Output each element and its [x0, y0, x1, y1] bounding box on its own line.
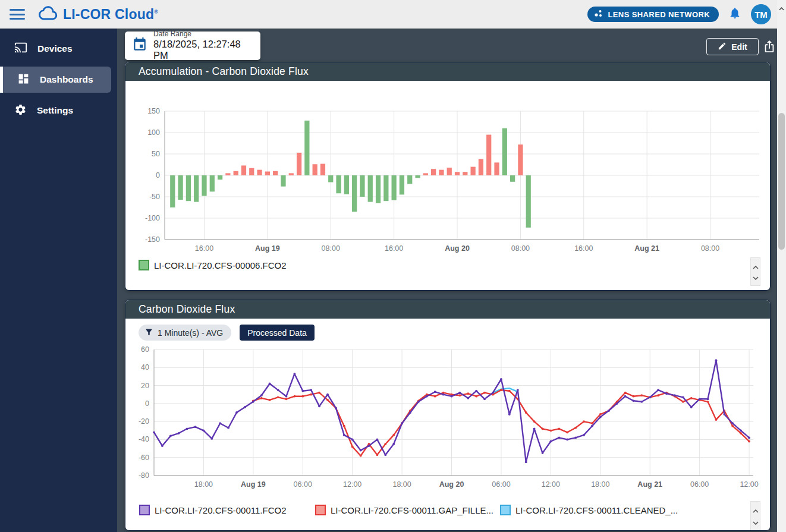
legend-swatch: [315, 505, 326, 515]
svg-text:150: 150: [147, 107, 160, 115]
chevron-up-icon[interactable]: [753, 261, 759, 272]
sidebar-item-label: Settings: [37, 105, 73, 116]
svg-text:-20: -20: [139, 417, 149, 426]
legend-label: LI-COR.LI-720.CFS-00011.CLEANED_...: [515, 505, 678, 515]
date-range-picker[interactable]: Date Range 8/18/2025, 12:27:48 PM: [125, 32, 260, 60]
svg-text:08:00: 08:00: [511, 244, 530, 253]
legend-label: LI-COR.LI-720.CFS-00011.FCO2: [155, 505, 286, 515]
processed-data-chip[interactable]: Processed Data: [240, 325, 315, 341]
svg-text:18:00: 18:00: [194, 480, 213, 489]
chevron-down-icon[interactable]: [753, 517, 759, 527]
chart-title: Carbon Dioxide Flux: [125, 300, 770, 319]
svg-text:-40: -40: [139, 435, 149, 443]
legend-item[interactable]: LI-COR.LI-720.CFS-00011.GAP_FILLE...: [315, 505, 493, 515]
svg-text:12:00: 12:00: [542, 480, 560, 489]
top-app-bar: LI-COR Cloud® LENS SHARED NETWORK TM: [0, 0, 777, 29]
processed-data-label: Processed Data: [247, 328, 307, 338]
svg-text:-150: -150: [145, 235, 160, 244]
svg-text:0: 0: [145, 399, 149, 408]
user-avatar[interactable]: TM: [751, 4, 771, 24]
network-badge-label: LENS SHARED NETWORK: [608, 10, 710, 19]
legend-swatch: [139, 260, 149, 270]
pencil-icon: [718, 42, 727, 52]
legend-item[interactable]: LI-COR.LI-720.CFS-00006.FCO2: [139, 260, 287, 270]
notifications-bell-icon[interactable]: [728, 6, 741, 23]
cloud-logo-icon: [38, 5, 58, 23]
page-scrollbar[interactable]: [777, 0, 786, 532]
date-range-label: Date Range: [153, 30, 253, 39]
svg-text:06:00: 06:00: [492, 480, 510, 489]
sidebar-item-label: Dashboards: [40, 74, 93, 85]
legend-label: LI-COR.LI-720.CFS-00011.GAP_FILLE...: [331, 505, 493, 515]
legend-scrollbar[interactable]: [750, 501, 760, 531]
chart-title: Accumulation - Carbon Dioxide Flux: [125, 62, 770, 81]
interval-filter-chip[interactable]: 1 Minute(s) - AVG: [139, 325, 231, 341]
sidebar-nav: Devices Dashboards Settings: [0, 29, 117, 532]
svg-text:50: 50: [152, 150, 160, 158]
svg-text:16:00: 16:00: [385, 244, 403, 253]
funnel-icon: [144, 328, 153, 338]
calendar-icon: [132, 37, 147, 55]
co2-flux-chart-canvas[interactable]: 6040200-20-40-60-8018:00Aug 1906:0012:00…: [131, 343, 765, 493]
svg-text:12:00: 12:00: [343, 480, 361, 489]
edit-button[interactable]: Edit: [706, 38, 759, 55]
svg-text:Aug 19: Aug 19: [255, 244, 280, 253]
svg-text:20: 20: [141, 382, 149, 390]
co2-flux-chart-card: Carbon Dioxide Flux 1 Minute(s) - AVG Pr…: [125, 300, 771, 531]
sidebar-item-devices[interactable]: Devices: [0, 36, 117, 62]
sidebar-item-settings[interactable]: Settings: [0, 97, 117, 124]
accumulation-chart-canvas[interactable]: 150100500-50-100-15016:00Aug 1908:0016:0…: [131, 86, 765, 262]
edit-button-label: Edit: [731, 42, 747, 52]
svg-text:-60: -60: [139, 454, 149, 462]
svg-text:Aug 21: Aug 21: [637, 480, 662, 489]
svg-text:0: 0: [156, 171, 160, 180]
gear-icon: [14, 103, 27, 118]
chevron-down-icon[interactable]: [753, 272, 759, 282]
svg-text:18:00: 18:00: [591, 480, 609, 489]
network-badge[interactable]: LENS SHARED NETWORK: [587, 7, 719, 22]
legend-item[interactable]: LI-COR.LI-720.CFS-00011.CLEANED_...: [500, 505, 678, 515]
legend-label: LI-COR.LI-720.CFS-00006.FCO2: [154, 260, 287, 270]
legend-scrollbar[interactable]: [750, 257, 760, 286]
svg-text:12:00: 12:00: [740, 480, 758, 489]
svg-text:Aug 20: Aug 20: [445, 244, 470, 253]
svg-text:Aug 20: Aug 20: [439, 480, 464, 489]
scrollbar-up-arrow-icon[interactable]: [779, 2, 784, 13]
svg-text:06:00: 06:00: [294, 480, 312, 489]
cast-icon: [14, 41, 27, 56]
svg-text:16:00: 16:00: [195, 244, 213, 253]
legend-swatch: [500, 505, 511, 515]
legend-swatch: [139, 505, 150, 515]
svg-text:18:00: 18:00: [392, 480, 411, 489]
network-nodes-icon: [593, 8, 603, 20]
app-logo: LI-COR Cloud®: [38, 5, 158, 23]
menu-icon[interactable]: [10, 9, 25, 20]
chevron-up-icon[interactable]: [753, 505, 759, 515]
svg-text:100: 100: [147, 128, 160, 137]
svg-text:Aug 19: Aug 19: [241, 480, 266, 489]
legend-item[interactable]: LI-COR.LI-720.CFS-00011.FCO2: [139, 505, 286, 515]
dashboard-icon: [17, 73, 30, 87]
sidebar-item-dashboards[interactable]: Dashboards: [0, 67, 111, 93]
svg-text:06:00: 06:00: [690, 480, 709, 489]
svg-text:08:00: 08:00: [322, 244, 340, 253]
sidebar-item-label: Devices: [37, 43, 73, 54]
share-icon[interactable]: [763, 39, 776, 54]
registered-mark: ®: [154, 9, 158, 15]
accumulation-chart-card: Accumulation - Carbon Dioxide Flux 15010…: [125, 62, 771, 291]
svg-text:40: 40: [141, 363, 149, 372]
svg-text:16:00: 16:00: [574, 244, 593, 253]
date-range-value: 8/18/2025, 12:27:48 PM: [153, 39, 253, 61]
interval-filter-label: 1 Minute(s) - AVG: [158, 328, 223, 338]
scrollbar-thumb[interactable]: [778, 113, 785, 250]
svg-text:-100: -100: [145, 214, 160, 222]
app-title: LI-COR Cloud®: [63, 7, 158, 23]
svg-text:-50: -50: [149, 193, 160, 201]
svg-text:08:00: 08:00: [701, 244, 719, 253]
svg-text:-80: -80: [139, 471, 149, 480]
svg-text:60: 60: [141, 345, 149, 354]
svg-text:Aug 21: Aug 21: [634, 244, 659, 253]
